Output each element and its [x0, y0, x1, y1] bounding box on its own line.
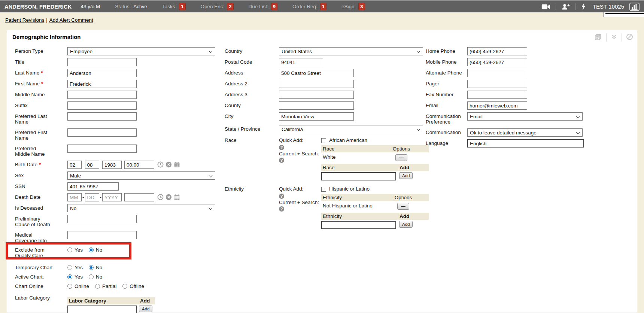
- medical-coverage-field: Medical Coverage Info: [15, 231, 223, 243]
- video-camera-icon[interactable]: [541, 4, 550, 10]
- tasks-badge[interactable]: 1: [179, 3, 185, 10]
- field-label: Alternate Phone: [426, 70, 462, 76]
- help-icon[interactable]: [279, 145, 284, 150]
- chart-online-field: Chart Online Online Partial Offline: [15, 282, 223, 289]
- date-separator: -: [99, 161, 103, 167]
- active-chart-yes-radio[interactable]: [67, 274, 72, 279]
- column-header: Add: [139, 297, 155, 304]
- city-field: City: [225, 112, 429, 121]
- language-input[interactable]: [467, 139, 584, 148]
- ban-icon[interactable]: [626, 33, 633, 42]
- field-label: Exclude from Quality Care: [15, 247, 51, 258]
- preferred-first-name-input[interactable]: [67, 128, 137, 137]
- patient-revisions-link[interactable]: Patient Revisions: [5, 17, 44, 23]
- help-icon[interactable]: [279, 194, 284, 199]
- chart-icon[interactable]: [629, 3, 640, 11]
- esign-badge[interactable]: 3: [358, 3, 365, 10]
- race-search-input[interactable]: [321, 172, 396, 180]
- ethnicity-quick-add-checkbox[interactable]: [321, 187, 326, 192]
- pager-input[interactable]: [467, 80, 527, 88]
- birth-year-input[interactable]: [102, 161, 122, 169]
- death-time-input[interactable]: [124, 193, 154, 201]
- labor-category-input[interactable]: [67, 306, 137, 313]
- preferred-last-name-field: Preferred Last Name: [15, 112, 223, 126]
- radio-label: Partial: [102, 283, 116, 289]
- ethnicity-search-input[interactable]: [321, 221, 396, 229]
- race-add-button[interactable]: Add: [399, 172, 413, 179]
- active-chart-no-radio[interactable]: [89, 274, 94, 279]
- first-name-input[interactable]: [67, 80, 137, 88]
- field-label: Address 2: [225, 81, 247, 86]
- clear-date-icon[interactable]: [165, 161, 172, 169]
- calendar-icon[interactable]: [174, 161, 180, 169]
- birth-time-input[interactable]: [124, 161, 154, 169]
- temporary-chart-yes-radio[interactable]: [67, 265, 72, 270]
- fax-number-input[interactable]: [467, 91, 527, 99]
- mobile-phone-input[interactable]: [467, 58, 527, 66]
- remove-race-button[interactable]: —: [395, 154, 407, 161]
- clock-icon[interactable]: [157, 194, 164, 201]
- title-input[interactable]: [67, 58, 137, 66]
- chart-online-radio[interactable]: [67, 284, 72, 289]
- patient-name: ANDERSON, FREDERICK: [4, 4, 72, 10]
- chart-offline-radio[interactable]: [122, 284, 127, 289]
- postal-code-input[interactable]: [279, 58, 323, 66]
- preliminary-cause-input[interactable]: [67, 215, 137, 223]
- death-day-input[interactable]: [85, 193, 99, 201]
- remove-ethnicity-button[interactable]: —: [397, 203, 409, 210]
- due-list-badge[interactable]: 9: [271, 3, 277, 10]
- chart-partial-radio[interactable]: [95, 284, 100, 289]
- open-enc-badge[interactable]: 2: [227, 3, 233, 10]
- is-deceased-select[interactable]: No: [67, 204, 215, 212]
- suffix-input[interactable]: [67, 101, 137, 110]
- middle-name-input[interactable]: [67, 91, 137, 99]
- birth-day-input[interactable]: [85, 161, 99, 169]
- city-input[interactable]: [279, 112, 354, 121]
- panel-title: Demographic Information: [12, 34, 81, 40]
- communication-select[interactable]: Ok to leave detailed message: [467, 128, 583, 137]
- chevron-down-icon: [576, 115, 580, 118]
- person-type-select[interactable]: Employee: [67, 47, 215, 55]
- alternate-phone-input[interactable]: [467, 69, 527, 77]
- country-select[interactable]: United States: [279, 47, 423, 55]
- last-name-input[interactable]: [67, 69, 137, 77]
- medical-coverage-input[interactable]: [67, 231, 137, 239]
- state-province-select[interactable]: California: [279, 125, 423, 133]
- death-month-input[interactable]: [67, 193, 82, 201]
- middle-name-field: Middle Name: [15, 91, 223, 99]
- lightning-icon[interactable]: [581, 3, 586, 10]
- ethnicity-add-button[interactable]: Add: [399, 221, 413, 228]
- email-input[interactable]: [467, 101, 527, 110]
- exclude-quality-no-radio[interactable]: [89, 247, 94, 252]
- death-year-input[interactable]: [102, 193, 122, 201]
- help-icon[interactable]: [279, 206, 284, 212]
- field-label: Email: [426, 103, 438, 108]
- help-icon[interactable]: [279, 158, 284, 163]
- ssn-input[interactable]: [67, 182, 119, 191]
- preferred-middle-name-input[interactable]: [67, 145, 137, 153]
- county-input[interactable]: [279, 101, 354, 110]
- collapse-icon[interactable]: [611, 33, 617, 41]
- labor-category-add-button[interactable]: Add: [139, 306, 152, 312]
- address-input[interactable]: [279, 69, 354, 77]
- clock-icon[interactable]: [157, 161, 164, 169]
- exclude-quality-yes-radio[interactable]: [67, 247, 72, 252]
- add-person-icon[interactable]: [561, 3, 570, 10]
- order-req-badge[interactable]: 1: [320, 3, 326, 10]
- field-label: Postal Code: [225, 59, 252, 65]
- communication-preference-select[interactable]: Email: [467, 112, 583, 121]
- communication-field: Communication Ok to leave detailed messa…: [426, 128, 637, 137]
- add-alert-comment-link[interactable]: Add Alert Comment: [49, 17, 93, 23]
- address2-input[interactable]: [279, 80, 354, 88]
- calendar-icon[interactable]: [174, 194, 180, 201]
- preferred-last-name-input[interactable]: [67, 112, 137, 121]
- field-label: Fax Number: [426, 92, 453, 97]
- sex-select[interactable]: Male: [67, 171, 215, 180]
- journal-icon[interactable]: [594, 33, 602, 42]
- home-phone-input[interactable]: [467, 47, 527, 55]
- race-quick-add-checkbox[interactable]: [321, 138, 326, 143]
- temporary-chart-no-radio[interactable]: [89, 265, 94, 270]
- clear-date-icon[interactable]: [165, 194, 172, 201]
- address3-input[interactable]: [279, 91, 354, 99]
- birth-month-input[interactable]: [67, 161, 82, 169]
